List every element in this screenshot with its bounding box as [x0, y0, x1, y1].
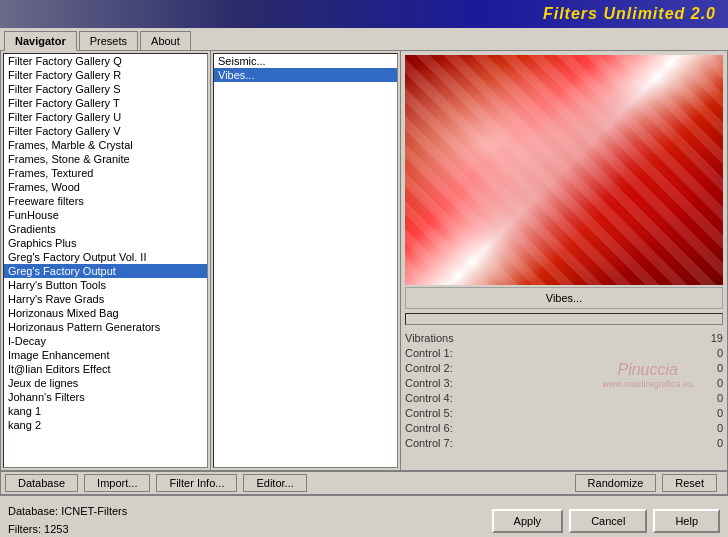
progress-bar: [405, 313, 723, 325]
header: Filters Unlimited 2.0: [0, 0, 728, 28]
right-panel: Vibes... Vibrations19Control 1:0Control …: [401, 51, 727, 470]
subfilter-list[interactable]: Seismic...Vibes...: [213, 53, 398, 468]
cancel-button[interactable]: Cancel: [569, 509, 647, 533]
control-label-3: Control 3:: [405, 376, 699, 390]
database-label: Database:: [8, 505, 58, 517]
tab-navigator[interactable]: Navigator: [4, 31, 77, 51]
database-button[interactable]: Database: [5, 474, 78, 492]
control-label-0: Vibrations: [405, 331, 699, 345]
reset-button[interactable]: Reset: [662, 474, 717, 492]
filter-list-item[interactable]: Horizonaus Pattern Generators: [4, 320, 207, 334]
filter-list-item[interactable]: It@lian Editors Effect: [4, 362, 207, 376]
middle-panel: Seismic...Vibes...: [211, 51, 401, 470]
filter-list-item[interactable]: Filter Factory Gallery Q: [4, 54, 207, 68]
help-button[interactable]: Help: [653, 509, 720, 533]
filter-list-item[interactable]: Greg's Factory Output Vol. II: [4, 250, 207, 264]
control-label-7: Control 7:: [405, 436, 699, 450]
control-label-2: Control 2:: [405, 361, 699, 375]
status-bar: Database: ICNET-Filters Filters: 1253 Ap…: [0, 495, 728, 537]
control-value-6: 0: [703, 421, 723, 435]
tabs-row: Navigator Presets About: [0, 28, 728, 51]
main-content: Filter Factory Gallery QFilter Factory G…: [0, 51, 728, 471]
filter-list-item[interactable]: Johann's Filters: [4, 390, 207, 404]
editor-button[interactable]: Editor...: [243, 474, 306, 492]
filter-list-item[interactable]: I-Decay: [4, 334, 207, 348]
filter-list-item[interactable]: Filter Factory Gallery T: [4, 96, 207, 110]
control-value-0: 19: [703, 331, 723, 345]
filter-list-item[interactable]: Frames, Textured: [4, 166, 207, 180]
control-value-4: 0: [703, 391, 723, 405]
import-button[interactable]: Import...: [84, 474, 150, 492]
filter-list-item[interactable]: Filter Factory Gallery U: [4, 110, 207, 124]
control-value-3: 0: [703, 376, 723, 390]
filter-list-item[interactable]: Gradients: [4, 222, 207, 236]
filter-list-item[interactable]: Frames, Marble & Crystal: [4, 138, 207, 152]
bottom-toolbar: Database Import... Filter Info... Editor…: [0, 471, 728, 495]
filter-list-item[interactable]: kang 1: [4, 404, 207, 418]
tab-about[interactable]: About: [140, 31, 191, 50]
filter-list-item[interactable]: Image Enhancement: [4, 348, 207, 362]
filter-list-item[interactable]: Filter Factory Gallery S: [4, 82, 207, 96]
subfilter-item[interactable]: Seismic...: [214, 54, 397, 68]
filter-list-item[interactable]: Filter Factory Gallery V: [4, 124, 207, 138]
filter-list-item[interactable]: Graphics Plus: [4, 236, 207, 250]
subfilter-item[interactable]: Vibes...: [214, 68, 397, 82]
database-status: Database: ICNET-Filters: [8, 503, 492, 521]
filter-list-item[interactable]: Filter Factory Gallery R: [4, 68, 207, 82]
tab-presets[interactable]: Presets: [79, 31, 138, 50]
apply-button[interactable]: Apply: [492, 509, 564, 533]
filter-list-item[interactable]: Harry's Button Tools: [4, 278, 207, 292]
control-value-5: 0: [703, 406, 723, 420]
filter-list-item[interactable]: Jeux de lignes: [4, 376, 207, 390]
control-label-4: Control 4:: [405, 391, 699, 405]
filter-list-item[interactable]: kang 2: [4, 418, 207, 432]
filter-list-container: Filter Factory Gallery QFilter Factory G…: [1, 51, 210, 470]
filter-list-item[interactable]: Greg's Factory Output: [4, 264, 207, 278]
app-title: Filters Unlimited 2.0: [543, 5, 716, 23]
filter-info-button[interactable]: Filter Info...: [156, 474, 237, 492]
filter-list-item[interactable]: Freeware filters: [4, 194, 207, 208]
control-label-6: Control 6:: [405, 421, 699, 435]
filters-status: Filters: 1253: [8, 521, 492, 538]
control-value-7: 0: [703, 436, 723, 450]
control-label-1: Control 1:: [405, 346, 699, 360]
control-value-2: 0: [703, 361, 723, 375]
control-value-1: 0: [703, 346, 723, 360]
filter-list-item[interactable]: Harry's Rave Grads: [4, 292, 207, 306]
filter-list-item[interactable]: Frames, Wood: [4, 180, 207, 194]
left-panel: Filter Factory Gallery QFilter Factory G…: [1, 51, 211, 470]
filter-list-item[interactable]: FunHouse: [4, 208, 207, 222]
filter-list-item[interactable]: Frames, Stone & Granite: [4, 152, 207, 166]
status-text: Database: ICNET-Filters Filters: 1253: [8, 503, 492, 537]
filter-list[interactable]: Filter Factory Gallery QFilter Factory G…: [3, 53, 208, 468]
database-value: ICNET-Filters: [61, 505, 127, 517]
controls-grid: Vibrations19Control 1:0Control 2:0Contro…: [405, 331, 723, 450]
filters-label: Filters:: [8, 523, 41, 535]
preview-image: [405, 55, 723, 285]
progress-bar-fill: [406, 314, 722, 324]
filters-value: 1253: [44, 523, 68, 535]
filter-name-label: Vibes...: [405, 287, 723, 309]
control-label-5: Control 5:: [405, 406, 699, 420]
randomize-button[interactable]: Randomize: [575, 474, 657, 492]
action-buttons: Apply Cancel Help: [492, 509, 720, 533]
filter-list-item[interactable]: Horizonaus Mixed Bag: [4, 306, 207, 320]
